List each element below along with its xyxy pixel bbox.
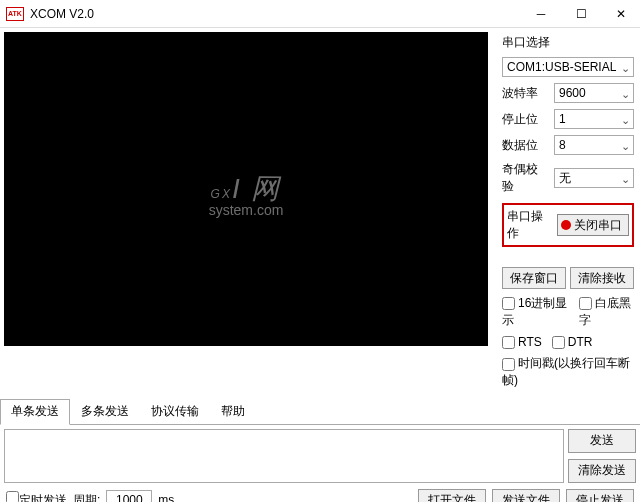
clear-send-button[interactable]: 清除发送 (568, 459, 636, 483)
baud-label: 波特率 (502, 85, 548, 102)
sidebar: 串口选择 COM1:USB-SERIAL 波特率 9600 停止位 1 数据位 … (500, 32, 636, 391)
tab-single-send[interactable]: 单条发送 (0, 399, 70, 425)
port-select[interactable]: COM1:USB-SERIAL (502, 57, 634, 77)
rts-check[interactable]: RTS (502, 335, 542, 349)
parity-label: 奇偶校验 (502, 161, 548, 195)
clear-receive-button[interactable]: 清除接收 (570, 267, 634, 289)
port-select-label: 串口选择 (502, 34, 634, 51)
close-button[interactable]: ✕ (608, 5, 634, 23)
stop-send-button[interactable]: 停止发送 (566, 489, 634, 502)
databit-label: 数据位 (502, 137, 548, 154)
port-toggle-button[interactable]: 关闭串口 (557, 214, 629, 236)
send-file-button[interactable]: 发送文件 (492, 489, 560, 502)
period-unit-label: ms (158, 493, 174, 502)
whitebg-check[interactable]: 白底黑字 (579, 295, 634, 329)
timed-send-check[interactable]: 定时发送 (6, 491, 67, 502)
tab-protocol[interactable]: 协议传输 (140, 399, 210, 424)
save-window-button[interactable]: 保存窗口 (502, 267, 566, 289)
parity-select[interactable]: 无 (554, 168, 634, 188)
stopbit-label: 停止位 (502, 111, 548, 128)
watermark: GXI 网 system.com (209, 160, 284, 218)
window-title: XCOM V2.0 (30, 7, 528, 21)
terminal-display: GXI 网 system.com (4, 32, 488, 346)
timestamp-check[interactable]: 时间戳(以换行回车断帧) (502, 355, 634, 389)
period-input[interactable] (106, 490, 152, 502)
maximize-button[interactable]: ☐ (568, 5, 594, 23)
tab-multi-send[interactable]: 多条发送 (70, 399, 140, 424)
databit-select[interactable]: 8 (554, 135, 634, 155)
tab-help[interactable]: 帮助 (210, 399, 256, 424)
send-tabs: 单条发送 多条发送 协议传输 帮助 (0, 399, 640, 425)
send-input[interactable] (4, 429, 564, 483)
minimize-button[interactable]: ─ (528, 5, 554, 23)
stopbit-select[interactable]: 1 (554, 109, 634, 129)
baud-select[interactable]: 9600 (554, 83, 634, 103)
period-label: 周期: (73, 492, 100, 502)
titlebar: ATK XCOM V2.0 ─ ☐ ✕ (0, 0, 640, 28)
port-op-label: 串口操作 (507, 208, 553, 242)
dtr-check[interactable]: DTR (552, 335, 593, 349)
app-icon: ATK (6, 7, 24, 21)
record-icon (561, 220, 571, 230)
hex-display-check[interactable]: 16进制显示 (502, 295, 569, 329)
open-file-button[interactable]: 打开文件 (418, 489, 486, 502)
send-button[interactable]: 发送 (568, 429, 636, 453)
